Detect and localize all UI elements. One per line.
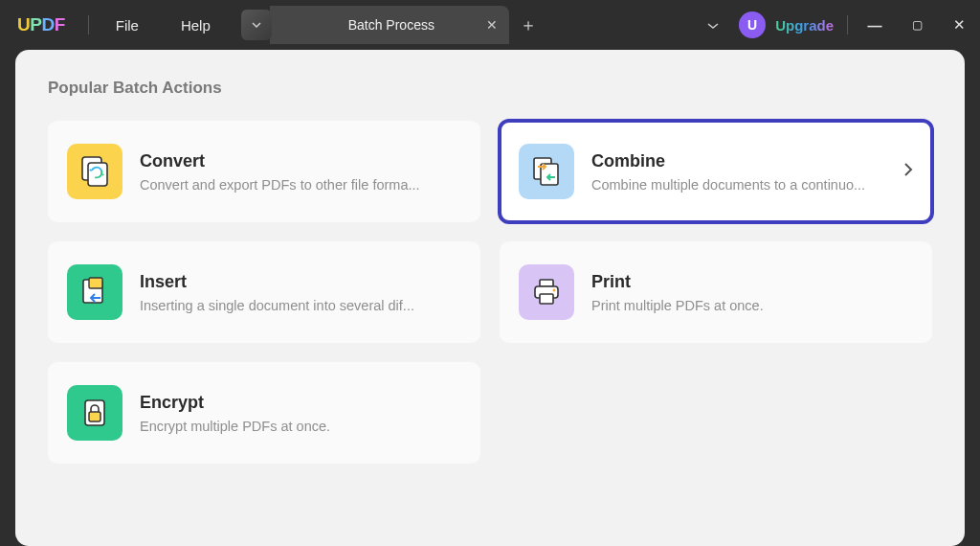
window-close-button[interactable]: ✕ [938, 16, 980, 34]
svg-point-9 [553, 289, 556, 292]
card-title: Convert [140, 151, 461, 171]
separator [847, 15, 848, 34]
menu-file[interactable]: File [95, 17, 160, 34]
card-insert[interactable]: Insert Inserting a single document into … [48, 241, 480, 343]
tab-strip: Batch Process ✕ ＋ [241, 0, 547, 50]
svg-rect-5 [89, 278, 102, 288]
card-encrypt[interactable]: Encrypt Encrypt multiple PDFs at once. [48, 362, 480, 464]
card-description: Encrypt multiple PDFs at once. [140, 419, 461, 434]
tab-list-dropdown[interactable] [241, 10, 272, 40]
recent-dropdown-icon[interactable] [695, 17, 731, 33]
svg-rect-11 [89, 412, 100, 421]
card-title: Encrypt [140, 393, 461, 413]
print-icon [519, 264, 574, 320]
window-maximize-button[interactable]: ▢ [896, 18, 938, 32]
card-title: Insert [140, 272, 461, 292]
card-convert[interactable]: Convert Convert and export PDFs to other… [48, 121, 480, 222]
tab-title: Batch Process [310, 17, 496, 33]
close-tab-icon[interactable]: ✕ [486, 17, 498, 33]
encrypt-icon [67, 385, 122, 441]
content-area: Popular Batch Actions Convert Convert an… [15, 50, 965, 546]
menu-help[interactable]: Help [160, 17, 232, 34]
card-print[interactable]: Print Print multiple PDFs at once. [500, 241, 932, 343]
card-description: Convert and export PDFs to other file fo… [140, 177, 461, 193]
action-cards-grid: Convert Convert and export PDFs to other… [48, 121, 932, 464]
upgrade-button[interactable]: U Upgrade [731, 11, 841, 38]
upgrade-label: Upgrade [775, 17, 834, 34]
svg-rect-6 [540, 280, 553, 286]
card-title: Print [591, 272, 913, 292]
card-description: Inserting a single document into several… [140, 298, 461, 313]
section-title: Popular Batch Actions [48, 79, 932, 98]
card-description: Combine multiple documents to a continuo… [591, 177, 880, 193]
separator [88, 15, 89, 34]
chevron-right-icon [898, 162, 913, 182]
insert-icon [67, 264, 122, 320]
convert-icon [67, 144, 122, 199]
card-combine[interactable]: Combine Combine multiple documents to a … [500, 121, 932, 222]
svg-rect-8 [540, 294, 553, 304]
window-minimize-button[interactable]: — [854, 17, 896, 34]
app-logo: UPDF [0, 14, 82, 35]
user-badge: U [739, 11, 766, 38]
card-title: Combine [591, 151, 880, 171]
card-description: Print multiple PDFs at once. [591, 298, 913, 313]
tab-batch-process[interactable]: Batch Process ✕ [270, 6, 509, 44]
combine-icon [519, 144, 574, 199]
title-bar: UPDF File Help Batch Process ✕ ＋ U Upgra… [0, 0, 980, 50]
new-tab-button[interactable]: ＋ [509, 13, 547, 36]
